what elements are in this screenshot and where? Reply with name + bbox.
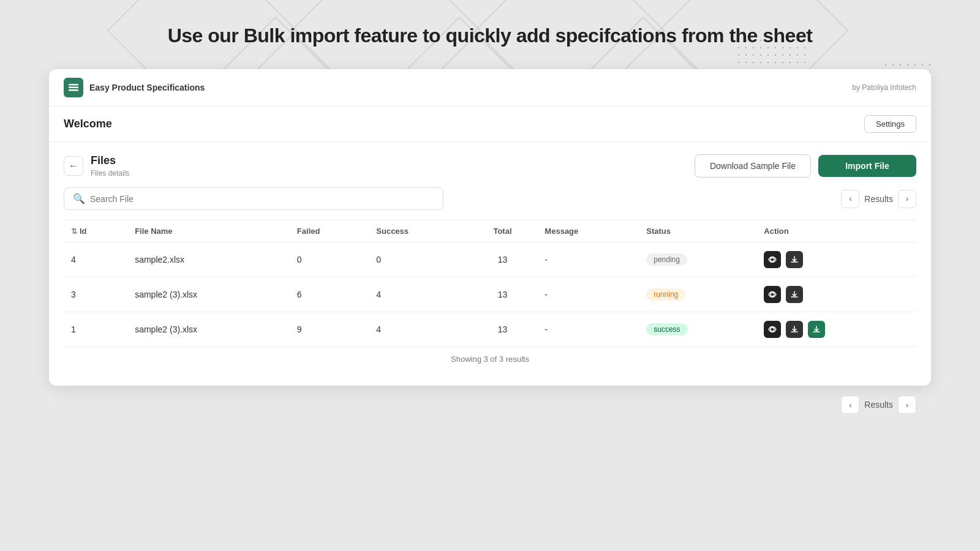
cell-failed: 6 [290,277,369,312]
page-headline: Use our Bulk import feature to quickly a… [49,24,931,47]
download-icon[interactable] [786,286,803,303]
svg-point-5 [771,328,774,331]
status-badge: running [646,288,685,301]
download-icon[interactable] [786,321,803,338]
bottom-results-label: Results [864,400,893,410]
bottom-pagination: ‹ Results › [49,386,931,424]
col-filename: File Name [127,220,290,242]
col-success: Success [369,220,467,242]
cell-status: pending [639,242,756,277]
search-row: 🔍 ‹ Results › [64,187,916,210]
view-icon[interactable] [764,286,781,303]
download-sample-button[interactable]: Download Sample File [695,154,811,178]
col-id: ⇅ Id [64,220,127,242]
back-icon: ← [69,160,78,171]
back-button[interactable]: ← [64,156,83,176]
next-icon: › [906,194,908,203]
cell-message: - [537,277,639,312]
svg-rect-0 [69,84,78,86]
table-row: 4 sample2.xlsx 0 0 13 - pending [64,242,916,277]
col-action: Action [756,220,916,242]
cell-message: - [537,312,639,347]
cell-message: - [537,242,639,277]
table-row: 3 sample2 (3).xlsx 6 4 13 - running [64,277,916,312]
sort-icon: ⇅ [71,227,77,236]
cell-success: 4 [369,277,467,312]
cell-total: 13 [468,242,538,277]
cell-filename: sample2.xlsx [127,242,290,277]
cell-filename: sample2 (3).xlsx [127,312,290,347]
next-page-button[interactable]: › [898,190,916,208]
status-badge: success [646,323,687,335]
action-icons [764,251,909,268]
brand-icon [64,78,83,97]
action-icons [764,321,909,338]
content-area: ← Files Files details Download Sample Fi… [49,142,931,386]
table-row: 1 sample2 (3).xlsx 9 4 13 - success [64,312,916,347]
cell-id: 1 [64,312,127,347]
bottom-next-button[interactable]: › [898,395,916,414]
cell-action [756,242,916,277]
status-badge: pending [646,253,687,266]
pagination-top: ‹ Results › [841,190,916,208]
welcome-bar: Welcome Settings [49,107,931,142]
files-title-block: Files Files details [91,154,129,178]
cell-success: 4 [369,312,467,347]
search-box: 🔍 [64,187,443,210]
results-summary: Showing 3 of 3 results [64,347,916,371]
view-icon[interactable] [764,251,781,268]
cell-total: 13 [468,312,538,347]
col-id-label: Id [80,227,87,236]
download-icon[interactable] [786,251,803,268]
bottom-prev-button[interactable]: ‹ [841,395,859,414]
bottom-prev-icon: ‹ [849,400,851,410]
welcome-text: Welcome [64,118,112,130]
app-card: Easy Product Specifications by Patoliya … [49,69,931,386]
svg-rect-2 [69,89,78,91]
files-title: Files [91,154,129,168]
app-header: Easy Product Specifications by Patoliya … [49,69,931,107]
cell-failed: 9 [290,312,369,347]
cell-action [756,277,916,312]
cell-success: 0 [369,242,467,277]
prev-icon: ‹ [849,194,851,203]
col-message: Message [537,220,639,242]
search-icon: 🔍 [73,193,85,204]
view-icon[interactable] [764,321,781,338]
action-icons [764,286,909,303]
export-icon[interactable] [808,321,825,338]
svg-point-4 [771,293,774,296]
table-header-row: ⇅ Id File Name Failed Success Total Mess… [64,220,916,242]
data-table: ⇅ Id File Name Failed Success Total Mess… [64,220,916,347]
cell-status: success [639,312,756,347]
svg-rect-1 [69,87,78,89]
cell-id: 3 [64,277,127,312]
results-label: Results [864,194,893,204]
brand: Easy Product Specifications [64,78,205,97]
brand-name: Easy Product Specifications [89,83,205,92]
by-label: by Patoliya Infotech [852,83,916,92]
svg-point-3 [771,258,774,261]
cell-id: 4 [64,242,127,277]
import-file-button[interactable]: Import File [818,155,916,177]
col-total: Total [468,220,538,242]
files-title-group: ← Files Files details [64,154,129,178]
search-input[interactable] [90,194,434,204]
cell-status: running [639,277,756,312]
cell-total: 13 [468,277,538,312]
files-subtitle: Files details [91,169,129,178]
col-failed: Failed [290,220,369,242]
files-header-row: ← Files Files details Download Sample Fi… [64,154,916,178]
col-status: Status [639,220,756,242]
cell-filename: sample2 (3).xlsx [127,277,290,312]
cell-action [756,312,916,347]
files-actions: Download Sample File Import File [695,154,916,178]
prev-page-button[interactable]: ‹ [841,190,859,208]
settings-button[interactable]: Settings [864,115,916,133]
bottom-next-icon: › [906,400,908,410]
cell-failed: 0 [290,242,369,277]
